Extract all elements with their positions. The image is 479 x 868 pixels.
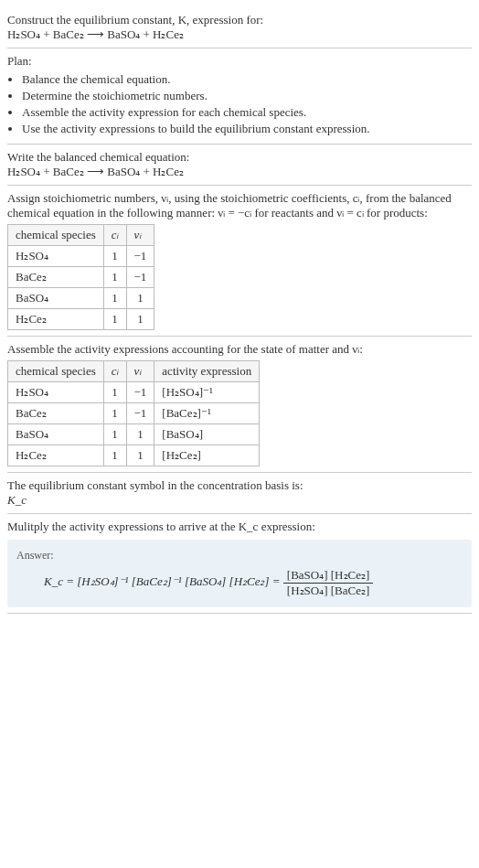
col-ci: cᵢ [103, 225, 126, 246]
cell-v: 1 [126, 445, 154, 466]
answer-fraction: [BaSO₄] [H₂Ce₂] [H₂SO₄] [BaCe₂] [283, 568, 373, 598]
cell-v: 1 [126, 288, 154, 309]
cell-v: −1 [126, 382, 154, 403]
cell-v: −1 [126, 403, 154, 424]
activity-section: Assemble the activity expressions accoun… [7, 337, 472, 473]
cell-v: 1 [126, 309, 154, 330]
cell-c: 1 [103, 309, 126, 330]
cell-expr: [BaSO₄] [154, 424, 260, 445]
cell-expr: [BaCe₂]⁻¹ [154, 403, 260, 424]
stoich-text: Assign stoichiometric numbers, νᵢ, using… [7, 191, 472, 220]
col-species: chemical species [8, 225, 104, 246]
symbol-section: The equilibrium constant symbol in the c… [7, 473, 472, 514]
plan-item: Balance the chemical equation. [22, 72, 472, 87]
cell-c: 1 [103, 267, 126, 288]
stoich-table: chemical species cᵢ νᵢ H₂SO₄ 1 −1 BaCe₂ … [7, 224, 154, 330]
cell-v: −1 [126, 267, 154, 288]
stoich-section: Assign stoichiometric numbers, νᵢ, using… [7, 186, 472, 337]
answer-box: Answer: K_c = [H₂SO₄]⁻¹ [BaCe₂]⁻¹ [BaSO₄… [7, 540, 472, 607]
plan-heading: Plan: [7, 54, 472, 69]
cell-species: H₂SO₄ [8, 246, 104, 267]
table-row: H₂Ce₂ 1 1 [H₂Ce₂] [8, 445, 260, 466]
cell-species: H₂SO₄ [8, 382, 104, 403]
cell-species: BaSO₄ [8, 288, 104, 309]
col-vi: νᵢ [126, 225, 154, 246]
col-ci: cᵢ [103, 361, 126, 382]
cell-c: 1 [103, 246, 126, 267]
symbol-text: The equilibrium constant symbol in the c… [7, 478, 472, 493]
answer-numerator: [BaSO₄] [H₂Ce₂] [283, 568, 373, 584]
cell-species: BaSO₄ [8, 424, 104, 445]
answer-denominator: [H₂SO₄] [BaCe₂] [283, 584, 373, 598]
cell-expr: [H₂SO₄]⁻¹ [154, 382, 260, 403]
cell-c: 1 [103, 288, 126, 309]
cell-species: H₂Ce₂ [8, 309, 104, 330]
table-header-row: chemical species cᵢ νᵢ [8, 225, 154, 246]
plan-list: Balance the chemical equation. Determine… [7, 72, 472, 136]
col-species: chemical species [8, 361, 104, 382]
intro-text: Construct the equilibrium constant, K, e… [7, 13, 472, 42]
balanced-heading: Write the balanced chemical equation: [7, 150, 472, 165]
table-row: H₂SO₄ 1 −1 [H₂SO₄]⁻¹ [8, 382, 260, 403]
cell-species: BaCe₂ [8, 403, 104, 424]
cell-c: 1 [103, 445, 126, 466]
multiply-text: Mulitply the activity expressions to arr… [7, 520, 472, 534]
cell-v: −1 [126, 246, 154, 267]
plan-item: Determine the stoichiometric numbers. [22, 89, 472, 103]
intro-section: Construct the equilibrium constant, K, e… [7, 7, 472, 48]
cell-species: H₂Ce₂ [8, 445, 104, 466]
cell-species: BaCe₂ [8, 267, 104, 288]
table-row: H₂SO₄ 1 −1 [8, 246, 154, 267]
plan-section: Plan: Balance the chemical equation. Det… [7, 48, 472, 145]
cell-expr: [H₂Ce₂] [154, 445, 260, 466]
table-row: H₂Ce₂ 1 1 [8, 309, 154, 330]
balanced-equation: H₂SO₄ + BaCe₂ ⟶ BaSO₄ + H₂Ce₂ [7, 165, 472, 179]
k-symbol: K_c [7, 493, 472, 508]
cell-c: 1 [103, 403, 126, 424]
table-row: BaSO₄ 1 1 [BaSO₄] [8, 424, 260, 445]
table-header-row: chemical species cᵢ νᵢ activity expressi… [8, 361, 260, 382]
cell-v: 1 [126, 424, 154, 445]
multiply-section: Mulitply the activity expressions to arr… [7, 514, 472, 614]
answer-label: Answer: [16, 549, 463, 563]
col-vi: νᵢ [126, 361, 154, 382]
intro-equation: H₂SO₄ + BaCe₂ ⟶ BaSO₄ + H₂Ce₂ [7, 27, 184, 41]
cell-c: 1 [103, 424, 126, 445]
cell-c: 1 [103, 382, 126, 403]
col-expr: activity expression [154, 361, 260, 382]
answer-lhs: K_c = [H₂SO₄]⁻¹ [BaCe₂]⁻¹ [BaSO₄] [H₂Ce₂… [44, 574, 283, 588]
answer-expression: K_c = [H₂SO₄]⁻¹ [BaCe₂]⁻¹ [BaSO₄] [H₂Ce₂… [16, 568, 463, 598]
table-row: BaCe₂ 1 −1 [8, 267, 154, 288]
activity-text: Assemble the activity expressions accoun… [7, 342, 472, 357]
plan-item: Use the activity expressions to build th… [22, 122, 472, 136]
activity-table: chemical species cᵢ νᵢ activity expressi… [7, 360, 260, 466]
plan-item: Assemble the activity expression for eac… [22, 105, 472, 120]
table-row: BaSO₄ 1 1 [8, 288, 154, 309]
table-row: BaCe₂ 1 −1 [BaCe₂]⁻¹ [8, 403, 260, 424]
balanced-section: Write the balanced chemical equation: H₂… [7, 145, 472, 186]
intro-line1: Construct the equilibrium constant, K, e… [7, 13, 263, 27]
